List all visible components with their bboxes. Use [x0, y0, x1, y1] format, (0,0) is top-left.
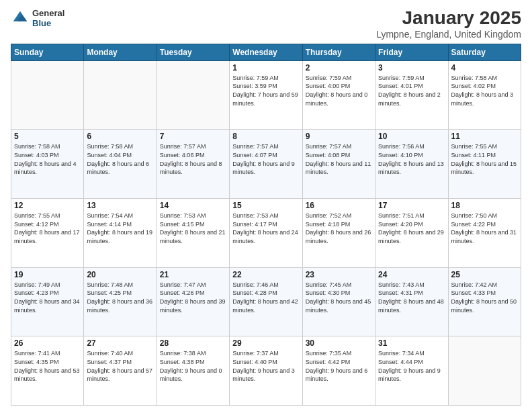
calendar-cell-w3-d3: 15Sunrise: 7:53 AMSunset: 4:17 PMDayligh… — [230, 199, 302, 268]
calendar-cell-w5-d5: 31Sunrise: 7:34 AMSunset: 4:44 PMDayligh… — [375, 336, 448, 406]
day-number: 5 — [14, 132, 81, 141]
page: General Blue January 2025 Lympne, Englan… — [0, 0, 532, 411]
calendar-cell-w3-d5: 17Sunrise: 7:51 AMSunset: 4:20 PMDayligh… — [375, 199, 448, 268]
day-number: 3 — [378, 63, 445, 73]
header-wednesday: Wednesday — [230, 44, 302, 60]
calendar-cell-w1-d2 — [157, 60, 229, 130]
calendar-cell-w2-d3: 8Sunrise: 7:57 AMSunset: 4:07 PMDaylight… — [230, 130, 302, 199]
day-info: Sunrise: 7:59 AMSunset: 4:00 PMDaylight:… — [306, 74, 372, 107]
day-number: 13 — [87, 201, 153, 210]
day-number: 30 — [306, 338, 372, 348]
day-info: Sunrise: 7:57 AMSunset: 4:06 PMDaylight:… — [160, 142, 226, 176]
calendar-cell-w4-d4: 23Sunrise: 7:45 AMSunset: 4:30 PMDayligh… — [302, 267, 375, 336]
calendar-cell-w5-d6 — [448, 336, 521, 406]
day-info: Sunrise: 7:49 AMSunset: 4:23 PMDaylight:… — [14, 281, 81, 314]
header: General Blue January 2025 Lympne, Englan… — [11, 8, 521, 40]
day-info: Sunrise: 7:59 AMSunset: 3:59 PMDaylight:… — [232, 74, 299, 107]
calendar-cell-w4-d5: 24Sunrise: 7:43 AMSunset: 4:31 PMDayligh… — [375, 267, 448, 336]
day-info: Sunrise: 7:53 AMSunset: 4:15 PMDaylight:… — [160, 212, 226, 245]
week-row-5: 26Sunrise: 7:41 AMSunset: 4:35 PMDayligh… — [11, 336, 521, 406]
week-row-2: 5Sunrise: 7:58 AMSunset: 4:03 PMDaylight… — [11, 130, 521, 199]
calendar-table: Sunday Monday Tuesday Wednesday Thursday… — [11, 44, 521, 406]
title-block: January 2025 Lympne, England, United Kin… — [376, 8, 521, 40]
day-number: 15 — [232, 201, 299, 210]
calendar-cell-w5-d1: 27Sunrise: 7:40 AMSunset: 4:37 PMDayligh… — [84, 336, 157, 406]
calendar-cell-w3-d6: 18Sunrise: 7:50 AMSunset: 4:22 PMDayligh… — [448, 199, 521, 268]
calendar-cell-w3-d1: 13Sunrise: 7:54 AMSunset: 4:14 PMDayligh… — [84, 199, 157, 268]
day-number: 22 — [232, 270, 299, 279]
week-row-1: 1Sunrise: 7:59 AMSunset: 3:59 PMDaylight… — [11, 60, 521, 130]
day-info: Sunrise: 7:52 AMSunset: 4:18 PMDaylight:… — [306, 212, 372, 245]
day-number: 12 — [14, 201, 81, 210]
day-info: Sunrise: 7:43 AMSunset: 4:31 PMDaylight:… — [378, 281, 445, 314]
calendar-cell-w1-d1 — [84, 60, 157, 130]
day-info: Sunrise: 7:50 AMSunset: 4:22 PMDaylight:… — [451, 212, 518, 245]
calendar-cell-w5-d2: 28Sunrise: 7:38 AMSunset: 4:38 PMDayligh… — [157, 336, 229, 406]
day-number: 6 — [87, 132, 153, 141]
day-number: 21 — [160, 270, 226, 279]
calendar-cell-w2-d6: 11Sunrise: 7:55 AMSunset: 4:11 PMDayligh… — [448, 130, 521, 199]
day-info: Sunrise: 7:38 AMSunset: 4:38 PMDaylight:… — [160, 349, 226, 383]
logo-icon — [11, 9, 30, 28]
day-info: Sunrise: 7:59 AMSunset: 4:01 PMDaylight:… — [378, 74, 445, 107]
day-number: 20 — [87, 270, 153, 279]
weekday-header-row: Sunday Monday Tuesday Wednesday Thursday… — [11, 44, 521, 60]
day-number: 1 — [232, 63, 299, 73]
day-number: 8 — [232, 132, 299, 141]
calendar-cell-w1-d0 — [11, 60, 84, 130]
day-number: 29 — [232, 338, 299, 348]
logo-text: General Blue — [32, 8, 64, 28]
day-number: 25 — [451, 270, 518, 279]
day-info: Sunrise: 7:34 AMSunset: 4:44 PMDaylight:… — [378, 349, 445, 383]
day-number: 11 — [451, 132, 518, 141]
day-info: Sunrise: 7:46 AMSunset: 4:28 PMDaylight:… — [232, 281, 299, 314]
day-number: 14 — [160, 201, 226, 210]
calendar-cell-w2-d0: 5Sunrise: 7:58 AMSunset: 4:03 PMDaylight… — [11, 130, 84, 199]
day-info: Sunrise: 7:56 AMSunset: 4:10 PMDaylight:… — [378, 142, 445, 176]
logo: General Blue — [11, 8, 64, 28]
day-info: Sunrise: 7:54 AMSunset: 4:14 PMDaylight:… — [87, 212, 153, 245]
day-info: Sunrise: 7:58 AMSunset: 4:04 PMDaylight:… — [87, 142, 153, 176]
calendar-cell-w4-d0: 19Sunrise: 7:49 AMSunset: 4:23 PMDayligh… — [11, 267, 84, 336]
calendar-cell-w4-d3: 22Sunrise: 7:46 AMSunset: 4:28 PMDayligh… — [230, 267, 302, 336]
location: Lympne, England, United Kingdom — [376, 29, 521, 40]
calendar-cell-w5-d0: 26Sunrise: 7:41 AMSunset: 4:35 PMDayligh… — [11, 336, 84, 406]
calendar-cell-w4-d1: 20Sunrise: 7:48 AMSunset: 4:25 PMDayligh… — [84, 267, 157, 336]
day-info: Sunrise: 7:55 AMSunset: 4:11 PMDaylight:… — [451, 142, 518, 176]
calendar-cell-w2-d1: 6Sunrise: 7:58 AMSunset: 4:04 PMDaylight… — [84, 130, 157, 199]
day-info: Sunrise: 7:55 AMSunset: 4:12 PMDaylight:… — [14, 212, 81, 245]
day-number: 26 — [14, 338, 81, 348]
day-number: 28 — [160, 338, 226, 348]
calendar-cell-w5-d3: 29Sunrise: 7:37 AMSunset: 4:40 PMDayligh… — [230, 336, 302, 406]
logo-blue-text: Blue — [32, 18, 64, 28]
day-info: Sunrise: 7:58 AMSunset: 4:02 PMDaylight:… — [451, 74, 518, 107]
day-number: 27 — [87, 338, 153, 348]
month-title: January 2025 — [376, 8, 521, 29]
day-info: Sunrise: 7:57 AMSunset: 4:08 PMDaylight:… — [306, 142, 372, 176]
day-info: Sunrise: 7:51 AMSunset: 4:20 PMDaylight:… — [378, 212, 445, 245]
day-number: 7 — [160, 132, 226, 141]
header-tuesday: Tuesday — [157, 44, 229, 60]
calendar-cell-w3-d2: 14Sunrise: 7:53 AMSunset: 4:15 PMDayligh… — [157, 199, 229, 268]
calendar-cell-w4-d6: 25Sunrise: 7:42 AMSunset: 4:33 PMDayligh… — [448, 267, 521, 336]
day-info: Sunrise: 7:47 AMSunset: 4:26 PMDaylight:… — [160, 281, 226, 314]
week-row-4: 19Sunrise: 7:49 AMSunset: 4:23 PMDayligh… — [11, 267, 521, 336]
calendar-cell-w1-d6: 4Sunrise: 7:58 AMSunset: 4:02 PMDaylight… — [448, 60, 521, 130]
day-number: 17 — [378, 201, 445, 210]
day-info: Sunrise: 7:45 AMSunset: 4:30 PMDaylight:… — [306, 281, 372, 314]
calendar-cell-w5-d4: 30Sunrise: 7:35 AMSunset: 4:42 PMDayligh… — [302, 336, 375, 406]
day-number: 23 — [306, 270, 372, 279]
header-saturday: Saturday — [448, 44, 521, 60]
day-info: Sunrise: 7:42 AMSunset: 4:33 PMDaylight:… — [451, 281, 518, 314]
week-row-3: 12Sunrise: 7:55 AMSunset: 4:12 PMDayligh… — [11, 199, 521, 268]
calendar-cell-w3-d0: 12Sunrise: 7:55 AMSunset: 4:12 PMDayligh… — [11, 199, 84, 268]
calendar-cell-w2-d5: 10Sunrise: 7:56 AMSunset: 4:10 PMDayligh… — [375, 130, 448, 199]
calendar-cell-w3-d4: 16Sunrise: 7:52 AMSunset: 4:18 PMDayligh… — [302, 199, 375, 268]
day-info: Sunrise: 7:48 AMSunset: 4:25 PMDaylight:… — [87, 281, 153, 314]
day-info: Sunrise: 7:37 AMSunset: 4:40 PMDaylight:… — [232, 349, 299, 383]
calendar-cell-w1-d3: 1Sunrise: 7:59 AMSunset: 3:59 PMDaylight… — [230, 60, 302, 130]
day-number: 9 — [306, 132, 372, 141]
day-info: Sunrise: 7:40 AMSunset: 4:37 PMDaylight:… — [87, 349, 153, 383]
calendar-cell-w1-d4: 2Sunrise: 7:59 AMSunset: 4:00 PMDaylight… — [302, 60, 375, 130]
day-number: 18 — [451, 201, 518, 210]
